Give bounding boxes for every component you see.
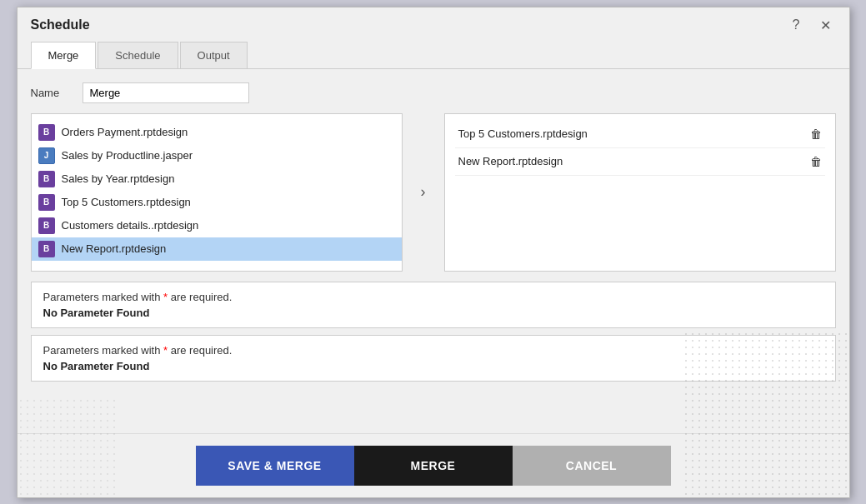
param-prefix-1: Parameters marked with	[43, 291, 161, 303]
close-button[interactable]: ✕	[815, 16, 836, 35]
right-reports-list: Top 5 Customers.rptdesign 🗑 New Report.r…	[444, 113, 836, 272]
no-param-label-2: No Parameter Found	[43, 360, 823, 372]
params-section-2: Parameters marked with * are required. N…	[31, 335, 836, 382]
report-name: Orders Payment.rptdesign	[62, 126, 188, 138]
left-reports-list: B Orders Payment.rptdesign J Sales by Pr…	[31, 113, 403, 272]
arrow-container: ›	[403, 113, 444, 272]
right-report-name: Top 5 Customers.rptdesign	[458, 127, 588, 140]
param-suffix-2: are required.	[171, 344, 233, 357]
right-report-name: New Report.rptdesign	[458, 155, 563, 167]
param-suffix-1: are required.	[171, 291, 233, 303]
param-asterisk-2: *	[163, 344, 171, 357]
tab-output[interactable]: Output	[180, 42, 248, 68]
list-item[interactable]: B New Report.rptdesign	[32, 237, 402, 261]
name-label: Name	[31, 87, 73, 99]
param-required-text-2: Parameters marked with * are required.	[43, 344, 823, 357]
report-icon-b: B	[38, 124, 55, 141]
report-name: Top 5 Customers.rptdesign	[62, 196, 191, 208]
list-item[interactable]: B Orders Payment.rptdesign	[32, 121, 402, 144]
name-row: Name	[31, 82, 836, 103]
merge-button[interactable]: MERGE	[354, 446, 513, 486]
tabs-bar: Merge Schedule Output	[18, 35, 849, 69]
dialog-body: Name B Orders Payment.rptdesign J Sales …	[18, 69, 849, 433]
list-item[interactable]: B Sales by Year.rptdesign	[32, 167, 402, 191]
list-item[interactable]: B Customers details..rptdesign	[32, 214, 402, 237]
report-icon-b: B	[38, 241, 55, 257]
report-name: Sales by Year.rptdesign	[62, 172, 175, 185]
tab-merge[interactable]: Merge	[31, 42, 97, 69]
help-button[interactable]: ?	[788, 16, 805, 34]
list-item: New Report.rptdesign 🗑	[455, 148, 825, 176]
no-param-label-1: No Parameter Found	[43, 307, 823, 319]
report-name: Sales by Productline.jasper	[62, 149, 193, 162]
report-icon-j: J	[38, 147, 55, 164]
dialog-footer: SAVE & MERGE MERGE CANCEL	[18, 433, 849, 497]
schedule-dialog: Schedule ? ✕ Merge Schedule Output Name …	[17, 7, 850, 498]
add-to-right-button[interactable]: ›	[413, 178, 434, 206]
report-icon-b: B	[38, 194, 55, 211]
param-asterisk-1: *	[163, 291, 171, 303]
param-prefix-2: Parameters marked with	[43, 344, 161, 357]
list-item[interactable]: B Top 5 Customers.rptdesign	[32, 191, 402, 214]
save-merge-button[interactable]: SAVE & MERGE	[196, 446, 354, 486]
report-name: New Report.rptdesign	[62, 242, 167, 255]
list-item: Top 5 Customers.rptdesign 🗑	[455, 121, 825, 148]
cancel-button[interactable]: CANCEL	[513, 446, 671, 486]
reports-section: B Orders Payment.rptdesign J Sales by Pr…	[31, 113, 836, 272]
report-icon-b: B	[38, 171, 55, 187]
report-icon-b: B	[38, 217, 55, 234]
name-input[interactable]	[83, 82, 249, 103]
list-item[interactable]: J Sales by Productline.jasper	[32, 144, 402, 167]
report-name: Customers details..rptdesign	[62, 219, 199, 232]
delete-icon[interactable]: 🗑	[810, 155, 822, 168]
dialog-title: Schedule	[31, 17, 90, 32]
tab-schedule[interactable]: Schedule	[98, 42, 178, 68]
header-actions: ? ✕	[788, 16, 836, 35]
params-section-1: Parameters marked with * are required. N…	[31, 282, 836, 328]
param-required-text-1: Parameters marked with * are required.	[43, 291, 823, 303]
dialog-header: Schedule ? ✕	[18, 7, 849, 35]
delete-icon[interactable]: 🗑	[810, 127, 822, 141]
